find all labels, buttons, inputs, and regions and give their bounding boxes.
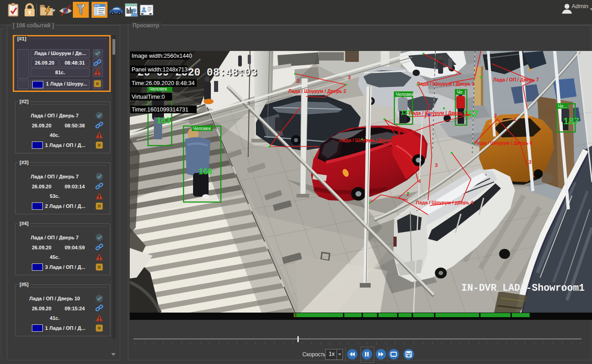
- svg-text:Лада / Шоурум / Дверь 2: Лада / Шоурум / Дверь 2: [288, 88, 346, 94]
- svg-text:Лада / Шоурум / Дверь: Лада / Шоурум / Дверь: [409, 110, 463, 116]
- svg-text:Timer.1601099314731: Timer.1601099314731: [132, 106, 189, 113]
- svg-text:166: 166: [199, 167, 212, 176]
- svg-text:Лада / ОП / Дверь 7: Лада / ОП / Дверь 7: [493, 77, 539, 82]
- svg-text:3: 3: [348, 75, 351, 80]
- svg-text:Лада / Шоурум / дверь 4: Лада / Шоурум / дверь 4: [416, 200, 473, 205]
- svg-text:IN-DVR_LADA-Showroom1: IN-DVR_LADA-Showroom1: [461, 283, 585, 293]
- svg-text:2: 2: [494, 113, 497, 118]
- svg-text:Image width:2560x1440: Image width:2560x1440: [132, 53, 192, 59]
- svg-text:VirtualTime:0: VirtualTime:0: [132, 94, 165, 100]
- svg-text:Лада / Шоурум / Дверь 1: Лада / Шоурум / Дверь 1: [417, 81, 475, 86]
- svg-text:Человек: Человек: [396, 92, 413, 97]
- svg-text:Человек: Человек: [193, 126, 211, 131]
- svg-text:Че: Че: [457, 90, 463, 95]
- svg-text:Человек: Человек: [149, 86, 167, 91]
- svg-text:3: 3: [465, 111, 468, 116]
- svg-text:3: 3: [435, 162, 438, 168]
- svg-text:Panel width:1248x713: Panel width:1248x713: [132, 66, 188, 73]
- svg-text:4: 4: [418, 178, 421, 184]
- svg-text:3: 3: [529, 159, 531, 165]
- svg-text:8: 8: [398, 130, 400, 136]
- svg-text:Time:26.09.2020 8:48:34: Time:26.09.2020 8:48:34: [132, 80, 195, 86]
- svg-text:Лада / Шоурум / Дверь 6: Лада / Шоурум / Дверь 6: [475, 140, 532, 146]
- svg-text:2: 2: [297, 78, 300, 84]
- svg-text:Че...: Че...: [558, 104, 567, 109]
- svg-text:Лада / Шоурум / Дверь: Лада / Шоурум / Дверь: [339, 137, 393, 143]
- svg-text:2: 2: [514, 116, 516, 122]
- svg-text:187: 187: [563, 116, 579, 126]
- svg-text:163: 163: [157, 116, 170, 125]
